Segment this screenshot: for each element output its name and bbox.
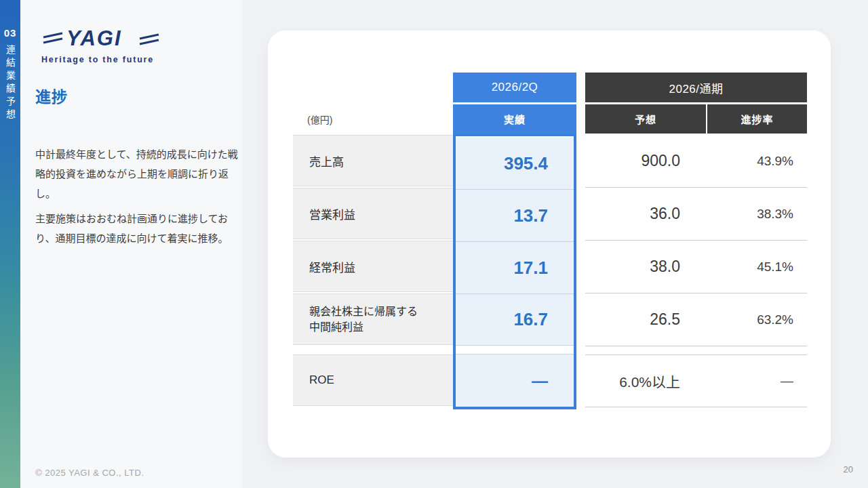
- copyright-notice: © 2025 YAGI & CO., LTD.: [35, 468, 144, 478]
- progress-net-income: 63.2%: [706, 312, 807, 327]
- header-forecast: 予想: [585, 104, 706, 134]
- table-row-roe: 6.0%以上 —: [585, 354, 807, 407]
- slide-summary: 中計最終年度として、持続的成長に向けた戦略的投資を進めながら上期を順調に折り返し…: [35, 145, 239, 249]
- header-forecast-group: 2026/通期: [585, 73, 807, 102]
- page-number: 20: [844, 464, 853, 474]
- slide-heading: 進捗: [35, 84, 68, 107]
- row-label-net-sales: 売上高: [293, 135, 453, 186]
- forecast-net-income: 26.5: [585, 310, 706, 329]
- actual-column-highlight: 395.4 13.7 17.1 16.7 —: [453, 134, 576, 409]
- unit-label: (億円): [307, 104, 332, 134]
- section-strip: 03 連結業績予想: [0, 0, 20, 488]
- header-actual: 実績: [453, 104, 576, 134]
- progress-ordinary-income: 45.1%: [706, 260, 807, 274]
- actual-roe: —: [456, 354, 574, 407]
- logo-text: YAGI: [66, 26, 122, 50]
- header-actual-group: 2026/2Q: [453, 73, 576, 102]
- actual-net-sales: 395.4: [456, 138, 574, 190]
- progress-operating-income: 38.3%: [706, 207, 807, 222]
- table-row-net-income: 26.5 63.2%: [585, 293, 807, 346]
- row-label-roe: ROE: [293, 354, 453, 406]
- actual-ordinary-income: 17.1: [456, 242, 574, 294]
- summary-paragraph-2: 主要施策はおおむね計画通りに進捗しており、通期目標の達成に向けて着実に推移。: [35, 209, 239, 249]
- progress-roe: —: [706, 373, 807, 388]
- forecast-ordinary-income: 38.0: [585, 258, 706, 276]
- forecast-roe: 6.0%以上: [585, 371, 706, 391]
- table-row-operating-income: 36.0 38.3%: [585, 188, 807, 241]
- row-label-ordinary-income: 経常利益: [293, 241, 453, 292]
- actual-column-gap: [456, 346, 574, 354]
- header-progress: 進捗率: [707, 104, 807, 134]
- table-row-ordinary-income: 38.0 45.1%: [585, 241, 807, 293]
- yagi-logo-icon: YAGI: [41, 23, 163, 54]
- row-label-net-income: 親会社株主に帰属する 中間純利益: [293, 293, 453, 345]
- results-card: (億円) 2026/2Q 2026/通期 実績 予想 進捗率 売上高 営業利益 …: [268, 30, 831, 458]
- logo-tagline: Heritage to the future: [41, 55, 154, 64]
- summary-paragraph-1: 中計最終年度として、持続的成長に向けた戦略的投資を進めながら上期を順調に折り返し…: [35, 145, 239, 203]
- left-panel: YAGI Heritage to the future 進捗 中計最終年度として…: [20, 0, 242, 488]
- progress-net-sales: 43.9%: [706, 154, 807, 169]
- row-label-operating-income: 営業利益: [293, 188, 453, 239]
- actual-operating-income: 13.7: [456, 190, 574, 242]
- forecast-net-sales: 900.0: [585, 152, 706, 170]
- yagi-logo: YAGI: [41, 23, 163, 57]
- actual-net-income: 16.7: [456, 294, 574, 346]
- table-row-net-sales: 900.0 43.9%: [585, 135, 807, 188]
- section-number: 03: [0, 27, 20, 39]
- section-title-vertical: 連結業績予想: [3, 45, 17, 122]
- forecast-operating-income: 36.0: [585, 205, 706, 223]
